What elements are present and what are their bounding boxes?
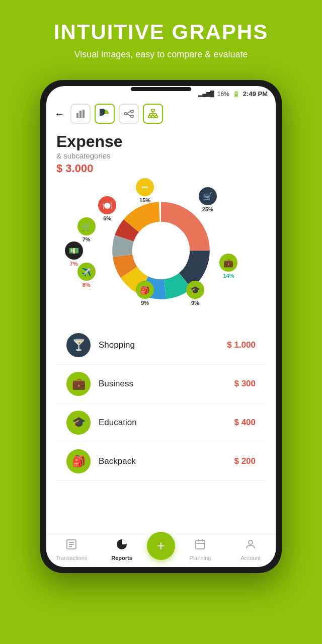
account-icon (245, 538, 257, 553)
svg-rect-4 (131, 110, 133, 112)
nav-account[interactable]: Account (225, 538, 276, 561)
svg-rect-10 (151, 116, 154, 118)
phone-frame: ▂▄▆█ 16% 🔋 2:49 PM ← (40, 80, 282, 573)
add-icon: + (157, 539, 165, 553)
status-bar: ▂▄▆█ 16% 🔋 2:49 PM (46, 86, 276, 100)
bottom-navigation: Transactions Reports + (46, 534, 276, 567)
planning-label: Planning (190, 555, 211, 561)
planning-icon (194, 538, 206, 553)
svg-rect-8 (151, 109, 154, 111)
expense-subtitle: & subcategories (56, 151, 266, 160)
svg-line-6 (127, 111, 131, 114)
subtitle: Visual images, easy to compare & evaluat… (10, 49, 312, 60)
chart-label-6: 🍽️ 6% (98, 196, 116, 221)
nav-planning[interactable]: Planning (175, 538, 225, 561)
transactions-label: Transactions (56, 555, 88, 561)
chart-label-9r: 🎓 9% (186, 281, 204, 306)
svg-rect-32 (196, 540, 205, 549)
svg-line-7 (127, 114, 131, 116)
chart-label-25: 🛒 25% (199, 187, 217, 212)
svg-rect-0 (76, 113, 78, 118)
expense-title: Expense (56, 133, 266, 150)
svg-rect-9 (148, 116, 151, 118)
content-area: Expense & subcategories $ 3.000 (46, 128, 276, 534)
chart-label-7a: 🛒 7% (77, 217, 96, 243)
business-icon: 💼 (66, 372, 91, 396)
list-item: 🎓 Education $ 400 (56, 404, 266, 442)
transactions-icon (65, 538, 77, 553)
chart-labels: 🛒 25% 💼 14% 🎓 9% (56, 175, 266, 326)
nav-transactions[interactable]: Transactions (46, 538, 97, 561)
shopping-icon: 🍸 (66, 333, 91, 357)
top-section: INTUITIVE GRAPHS Visual images, easy to … (0, 0, 322, 70)
expense-list: 🍸 Shopping $ 1.000 💼 Business $ 300 🎓 Ed… (56, 326, 266, 534)
battery-icon: 🔋 (232, 91, 240, 98)
main-title: INTUITIVE GRAPHS (10, 20, 312, 44)
donut-chart: 🛒 25% 💼 14% 🎓 9% (56, 175, 266, 326)
list-item: 💼 Business $ 300 (56, 365, 266, 404)
top-navigation: ← (46, 100, 276, 128)
svg-rect-2 (83, 110, 85, 118)
svg-rect-1 (79, 111, 82, 118)
bar-chart-button[interactable] (70, 104, 91, 124)
business-label: Business (99, 379, 226, 389)
nav-reports[interactable]: Reports (97, 538, 147, 561)
battery-percent: 16% (217, 91, 229, 98)
add-button[interactable]: + (147, 532, 175, 560)
backpack-label: Backpack (99, 456, 226, 466)
business-amount: $ 300 (234, 379, 256, 389)
reports-icon (116, 538, 128, 553)
svg-point-36 (249, 540, 253, 544)
flow-chart-button[interactable] (119, 104, 139, 124)
education-amount: $ 400 (234, 418, 256, 428)
svg-rect-5 (131, 115, 133, 117)
svg-rect-3 (124, 113, 127, 115)
chart-label-15: ••• 15% (136, 178, 154, 203)
list-item: 🎒 Backpack $ 200 (56, 442, 266, 481)
tree-chart-button[interactable] (143, 104, 163, 124)
expense-amount: $ 3.000 (56, 162, 266, 175)
reports-label: Reports (111, 555, 132, 561)
chart-type-selector (70, 104, 163, 124)
account-label: Account (240, 555, 261, 561)
education-label: Education (99, 418, 226, 428)
svg-rect-11 (155, 116, 157, 118)
chart-label-7b: 💵 7% (65, 242, 83, 267)
backpack-icon: 🎒 (66, 449, 91, 473)
pie-chart-button[interactable] (95, 104, 115, 124)
back-button[interactable]: ← (54, 108, 64, 120)
shopping-amount: $ 1.000 (227, 340, 256, 350)
clock: 2:49 PM (243, 90, 268, 98)
list-item: 🍸 Shopping $ 1.000 (56, 326, 266, 365)
chart-label-14: 💼 14% (219, 254, 237, 279)
backpack-amount: $ 200 (234, 456, 256, 466)
signal-icon: ▂▄▆█ (198, 91, 214, 97)
shopping-label: Shopping (99, 340, 219, 350)
chart-label-9c: 🎒 9% (136, 281, 154, 306)
education-icon: 🎓 (66, 411, 91, 435)
